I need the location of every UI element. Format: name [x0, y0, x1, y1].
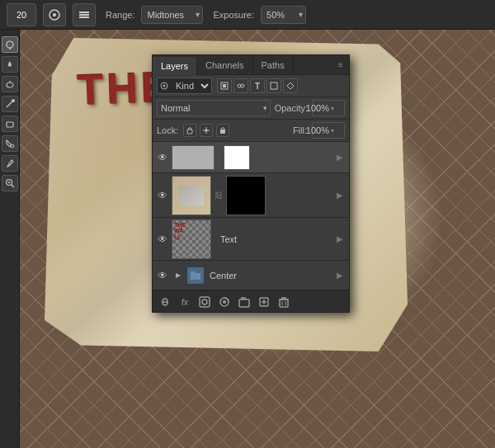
layer-link-icon: ⛓: [214, 178, 224, 213]
kind-smart-icon[interactable]: [283, 78, 298, 93]
svg-rect-27: [220, 130, 225, 134]
layer-visibility-toggle[interactable]: 👁: [156, 269, 169, 282]
layer-thumbnail: [172, 145, 214, 170]
kind-adjust-icon[interactable]: [233, 78, 248, 93]
svg-point-7: [7, 83, 13, 87]
kind-pixel-icon[interactable]: [217, 78, 232, 93]
svg-rect-38: [280, 299, 288, 307]
table-row[interactable]: 👁 ⛓ ▶: [153, 173, 349, 218]
layer-name: Center: [206, 271, 332, 281]
blend-opacity-row: Normal Multiply Screen Overlay Opacity: …: [153, 97, 349, 120]
range-label: Range:: [106, 10, 134, 20]
svg-rect-30: [200, 297, 210, 307]
svg-rect-2: [79, 12, 89, 13]
table-row[interactable]: 👁 ▶: [153, 142, 349, 173]
layer-options-button[interactable]: ▶: [334, 142, 346, 175]
panel-close-button[interactable]: ≡: [332, 54, 349, 74]
dodge-tool[interactable]: [2, 36, 18, 53]
layer-visibility-toggle[interactable]: 👁: [156, 151, 169, 164]
layer-name: Text: [214, 234, 332, 244]
smudge-tool[interactable]: [2, 96, 18, 112]
svg-point-1: [53, 13, 56, 17]
svg-rect-10: [7, 122, 13, 127]
svg-marker-28: [176, 273, 181, 278]
adjustment-layer-icon[interactable]: [215, 294, 233, 310]
lock-all-icon[interactable]: [216, 124, 229, 137]
folder-expand-icon[interactable]: [172, 269, 185, 282]
zoom-tool[interactable]: [2, 175, 18, 191]
fill-value[interactable]: 100% ▾: [312, 122, 345, 139]
svg-point-9: [12, 99, 15, 102]
opacity-arrow: ▾: [331, 105, 334, 112]
lock-pixels-icon[interactable]: [183, 124, 196, 137]
layer-options-button[interactable]: ▶: [334, 178, 346, 213]
panel-tabs: Layers Channels Paths ≡: [153, 55, 349, 75]
svg-rect-34: [239, 299, 249, 307]
kind-select[interactable]: Kind: [157, 78, 212, 94]
fill-arrow: ▾: [331, 127, 334, 134]
kind-text-icon[interactable]: T: [250, 78, 265, 93]
lock-label: Lock:: [157, 125, 178, 135]
layer-visibility-toggle[interactable]: 👁: [156, 233, 169, 246]
table-row[interactable]: 👁 THEWALL Text ▶: [153, 218, 349, 261]
exposure-select[interactable]: 50% 10% 100%: [261, 6, 306, 24]
svg-point-26: [205, 130, 208, 132]
toolbox: [0, 30, 20, 448]
options-icon[interactable]: [73, 3, 96, 26]
layers-panel: Layers Channels Paths ≡ Kind: [152, 54, 350, 313]
new-layer-icon[interactable]: [255, 294, 273, 310]
layers-list: 👁 ▶ 👁 ⛓: [153, 142, 349, 290]
kind-shape-icon[interactable]: [266, 78, 281, 93]
folder-icon: [187, 267, 204, 284]
svg-point-5: [7, 41, 13, 48]
fill-label: Fill:: [293, 125, 307, 135]
eye-dropper-tool[interactable]: [2, 155, 18, 172]
lock-fill-row: Lock: Fill: 100% ▾: [153, 120, 349, 142]
layer-mask-thumbnail: [226, 176, 266, 215]
table-row[interactable]: 👁 Center ▶: [153, 261, 349, 290]
add-mask-icon[interactable]: [196, 294, 214, 310]
eraser-tool[interactable]: [2, 116, 18, 132]
layer-thumbnail: THEWALL: [172, 219, 211, 259]
svg-point-20: [238, 84, 241, 87]
delete-layer-icon[interactable]: [275, 294, 293, 310]
svg-line-13: [11, 185, 14, 188]
opacity-label: Opacity:: [275, 103, 308, 113]
exposure-label: Exposure:: [213, 10, 254, 20]
tab-channels[interactable]: Channels: [197, 56, 252, 74]
new-group-icon[interactable]: [235, 294, 253, 310]
canvas-area[interactable]: THE WALL OODY R Layers Channels Paths ≡: [20, 30, 495, 448]
opacity-value[interactable]: 100% ▾: [312, 100, 345, 116]
sponge-tool[interactable]: [2, 76, 18, 92]
svg-point-31: [202, 299, 207, 304]
tab-paths[interactable]: Paths: [253, 56, 294, 74]
brush-size-value: 20: [16, 10, 26, 20]
kind-icons: T: [217, 78, 298, 93]
svg-rect-4: [79, 17, 89, 18]
layer-options-button[interactable]: ▶: [334, 258, 346, 291]
blend-mode-select[interactable]: Normal Multiply Screen Overlay: [157, 100, 271, 116]
burn-tool[interactable]: [2, 56, 18, 73]
fx-icon[interactable]: fx: [176, 294, 194, 310]
svg-point-21: [241, 84, 244, 87]
svg-rect-3: [79, 14, 89, 16]
range-select[interactable]: Midtones Shadows Highlights: [141, 6, 203, 24]
panel-bottom-toolbar: fx: [153, 290, 349, 312]
layer-mask-thumbnail: [224, 145, 250, 170]
layer-options-button[interactable]: ▶: [334, 222, 346, 257]
brush-tool-icon[interactable]: [43, 3, 66, 26]
text-thumb-content: THEWALL: [174, 222, 186, 241]
svg-point-33: [223, 300, 226, 304]
svg-rect-23: [187, 130, 192, 134]
paint-bucket-tool[interactable]: [2, 135, 18, 152]
main-area: THE WALL OODY R Layers Channels Paths ≡: [0, 30, 495, 448]
layer-thumbnail: [172, 176, 211, 215]
brush-size-display[interactable]: 20: [7, 3, 36, 26]
link-layers-icon[interactable]: [156, 294, 174, 310]
top-toolbar: 20 Range: Midtones Shadows Highlights Ex…: [0, 0, 495, 30]
lock-position-icon[interactable]: [200, 124, 213, 137]
kind-row: Kind T: [153, 75, 349, 97]
tab-layers[interactable]: Layers: [153, 57, 197, 75]
layer-visibility-toggle[interactable]: 👁: [156, 189, 169, 202]
svg-rect-19: [223, 84, 226, 87]
